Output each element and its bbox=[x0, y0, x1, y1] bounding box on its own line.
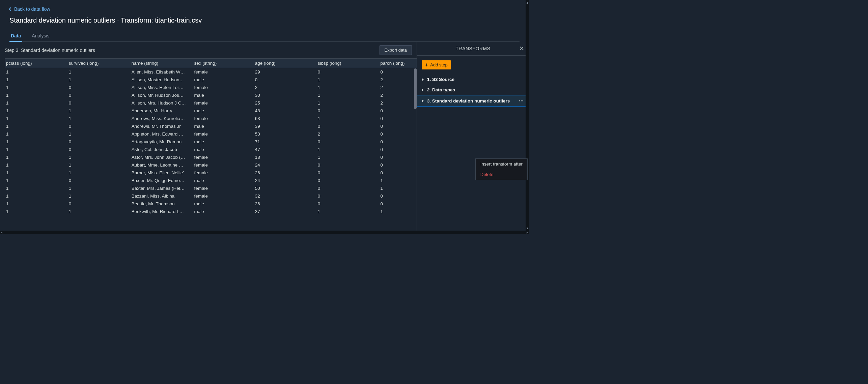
table-cell: Barber, Miss. Ellen 'Nellie' bbox=[130, 169, 193, 177]
export-data-button[interactable]: Export data bbox=[380, 45, 412, 55]
table-cell: 0 bbox=[379, 146, 417, 153]
table-cell: 1 bbox=[5, 76, 67, 84]
table-cell: 1 bbox=[316, 153, 379, 161]
table-cell: 48 bbox=[254, 107, 316, 115]
table-cell: 1 bbox=[67, 130, 130, 138]
table-scrollbar-thumb[interactable] bbox=[414, 68, 417, 109]
table-cell: 1 bbox=[67, 115, 130, 122]
scroll-up-arrow-icon[interactable]: ▴ bbox=[527, 1, 528, 4]
table-cell: Allison, Miss. Helen Lor… bbox=[130, 84, 193, 91]
menu-delete[interactable]: Delete bbox=[476, 169, 527, 180]
scroll-down-arrow-icon[interactable]: ▾ bbox=[527, 226, 528, 230]
table-row[interactable]: 11Allison, Master. Hudson…male012 bbox=[5, 76, 417, 84]
data-table: pclass (long)survived (long)name (string… bbox=[5, 58, 417, 215]
table-cell: 50 bbox=[254, 184, 316, 192]
table-row[interactable]: 11Andrews, Miss. Kornelia…female6310 bbox=[5, 115, 417, 122]
table-cell: female bbox=[193, 84, 254, 91]
table-cell: Bazzani, Miss. Albina bbox=[130, 192, 193, 200]
table-cell: 1 bbox=[379, 208, 417, 215]
table-row[interactable]: 11Allen, Miss. Elisabeth W…female2900 bbox=[5, 68, 417, 76]
tab-data[interactable]: Data bbox=[9, 30, 22, 42]
table-row[interactable]: 10Artagaveytia, Mr. Ramonmale7100 bbox=[5, 138, 417, 146]
plus-icon: + bbox=[425, 63, 428, 67]
table-cell: 39 bbox=[254, 122, 316, 130]
table-cell: 1 bbox=[67, 107, 130, 115]
table-cell: Baxter, Mr. Quigg Edmo… bbox=[130, 177, 193, 184]
table-row[interactable]: 11Baxter, Mrs. James (Hel…female5001 bbox=[5, 184, 417, 192]
transform-step-label: 2. Data types bbox=[427, 87, 455, 92]
column-header[interactable]: name (string) bbox=[130, 59, 193, 68]
table-row[interactable]: 10Baxter, Mr. Quigg Edmo…male2401 bbox=[5, 177, 417, 184]
column-header[interactable]: sex (string) bbox=[193, 59, 254, 68]
table-row[interactable]: 11Astor, Mrs. John Jacob (…female1810 bbox=[5, 153, 417, 161]
close-icon[interactable]: ✕ bbox=[519, 45, 524, 52]
table-row[interactable]: 11Beckwith, Mr. Richard L…male3711 bbox=[5, 208, 417, 215]
add-step-label: Add step bbox=[430, 62, 447, 67]
table-cell: 0 bbox=[379, 138, 417, 146]
expand-triangle-icon[interactable] bbox=[422, 88, 424, 92]
window-vertical-scrollbar[interactable]: ▴ ▾ bbox=[526, 0, 529, 231]
table-cell: 0 bbox=[379, 169, 417, 177]
table-cell: 0 bbox=[67, 99, 130, 107]
add-step-button[interactable]: + Add step bbox=[422, 60, 451, 69]
table-cell: 1 bbox=[5, 177, 67, 184]
column-header[interactable]: pclass (long) bbox=[5, 59, 67, 68]
table-cell: 1 bbox=[67, 161, 130, 169]
table-cell: 0 bbox=[67, 200, 130, 208]
table-row[interactable]: 10Allison, Mr. Hudson Jos…male3012 bbox=[5, 91, 417, 99]
column-header[interactable]: survived (long) bbox=[67, 59, 130, 68]
table-cell: 0 bbox=[379, 68, 417, 76]
table-cell: 0 bbox=[316, 138, 379, 146]
table-cell: 0 bbox=[254, 76, 316, 84]
table-row[interactable]: 11Bazzani, Miss. Albinafemale3200 bbox=[5, 192, 417, 200]
kebab-icon[interactable]: ⋯ bbox=[519, 98, 524, 104]
transform-step-item[interactable]: 2. Data types bbox=[417, 85, 529, 95]
expand-triangle-icon[interactable] bbox=[422, 78, 424, 81]
column-header[interactable]: parch (long) bbox=[379, 59, 417, 68]
table-cell: male bbox=[193, 177, 254, 184]
table-cell: 1 bbox=[5, 91, 67, 99]
table-cell: 1 bbox=[5, 122, 67, 130]
back-to-flow-link[interactable]: Back to data flow bbox=[9, 6, 50, 12]
table-cell: 1 bbox=[67, 76, 130, 84]
table-row[interactable]: 10Allison, Mrs. Hudson J C…female2512 bbox=[5, 99, 417, 107]
window-horizontal-scrollbar[interactable]: ◂ ▸ bbox=[0, 231, 529, 234]
table-row[interactable]: 10Beattie, Mr. Thomsonmale3600 bbox=[5, 200, 417, 208]
column-header[interactable]: sibsp (long) bbox=[316, 59, 379, 68]
table-row[interactable]: 10Allison, Miss. Helen Lor…female212 bbox=[5, 84, 417, 91]
scroll-right-arrow-icon[interactable]: ▸ bbox=[527, 231, 528, 234]
table-row[interactable]: 11Barber, Miss. Ellen 'Nellie'female2600 bbox=[5, 169, 417, 177]
transform-step-item[interactable]: 3. Standard deviation numeric outliers⋯ bbox=[417, 95, 529, 107]
table-cell: Allison, Mr. Hudson Jos… bbox=[130, 91, 193, 99]
menu-insert-transform-after[interactable]: Insert transform after bbox=[476, 159, 527, 169]
transform-step-item[interactable]: 1. S3 Source bbox=[417, 74, 529, 85]
table-cell: 0 bbox=[379, 161, 417, 169]
expand-triangle-icon[interactable] bbox=[422, 99, 424, 102]
table-row[interactable]: 10Astor, Col. John Jacobmale4710 bbox=[5, 146, 417, 153]
tab-bar: Data Analysis bbox=[9, 30, 520, 42]
table-cell: Aubart, Mme. Leontine … bbox=[130, 161, 193, 169]
table-cell: 2 bbox=[379, 76, 417, 84]
table-cell: 1 bbox=[316, 99, 379, 107]
table-cell: 1 bbox=[67, 184, 130, 192]
table-cell: female bbox=[193, 115, 254, 122]
table-row[interactable]: 11Anderson, Mr. Harrymale4800 bbox=[5, 107, 417, 115]
step-label: Step 3. Standard deviation numeric outli… bbox=[5, 48, 95, 53]
table-cell: 0 bbox=[379, 153, 417, 161]
table-row[interactable]: 11Aubart, Mme. Leontine …female2400 bbox=[5, 161, 417, 169]
table-cell: 1 bbox=[5, 138, 67, 146]
table-row[interactable]: 11Appleton, Mrs. Edward …female5320 bbox=[5, 130, 417, 138]
table-cell: 0 bbox=[67, 138, 130, 146]
table-cell: female bbox=[193, 192, 254, 200]
table-cell: Allen, Miss. Elisabeth W… bbox=[130, 68, 193, 76]
table-cell: female bbox=[193, 153, 254, 161]
tab-analysis[interactable]: Analysis bbox=[30, 30, 51, 42]
table-cell: 0 bbox=[316, 161, 379, 169]
table-cell: female bbox=[193, 99, 254, 107]
table-cell: 29 bbox=[254, 68, 316, 76]
table-cell: 1 bbox=[316, 115, 379, 122]
table-cell: 1 bbox=[5, 115, 67, 122]
table-row[interactable]: 10Andrews, Mr. Thomas Jrmale3900 bbox=[5, 122, 417, 130]
column-header[interactable]: age (long) bbox=[254, 59, 316, 68]
scroll-left-arrow-icon[interactable]: ◂ bbox=[1, 231, 2, 234]
